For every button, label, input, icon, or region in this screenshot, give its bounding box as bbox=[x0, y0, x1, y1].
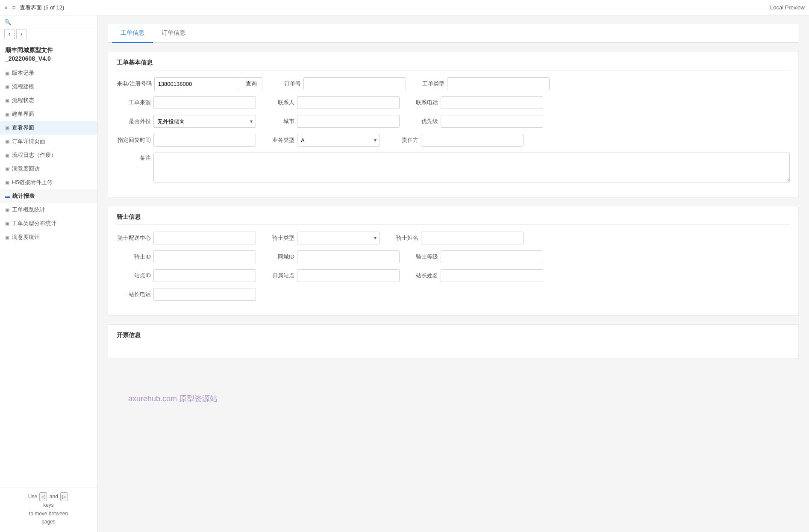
sidebar-item-label: 满意度回访 bbox=[12, 165, 40, 173]
sidebar-item-label: 工单类型分布统计 bbox=[12, 220, 56, 227]
phone-label: 来电/注册号码 bbox=[117, 80, 152, 88]
item-icon: ▣ bbox=[5, 235, 9, 240]
tab-ticket-info[interactable]: 工单信息 bbox=[112, 24, 153, 43]
next-key: ▷ bbox=[60, 492, 68, 502]
delivery-center-input[interactable] bbox=[153, 232, 256, 244]
ticket-type-label: 工单类型 bbox=[410, 80, 444, 88]
business-type-select[interactable]: A B C bbox=[297, 134, 380, 147]
tabs: 工单信息 订单信息 bbox=[108, 24, 799, 43]
phone-input[interactable] bbox=[154, 77, 240, 90]
responsible-field: 责任方 bbox=[384, 134, 524, 147]
rider-name-input[interactable] bbox=[421, 232, 524, 244]
form-row-2: 工单来源 联系人 联系电话 bbox=[117, 96, 790, 109]
station-id-label: 站点ID bbox=[117, 272, 151, 279]
priority-field: 优先级 bbox=[404, 115, 543, 128]
sidebar-item-label: 订单详情页面 bbox=[12, 138, 45, 145]
rider-level-input[interactable] bbox=[441, 250, 543, 263]
item-icon: ▬ bbox=[5, 194, 10, 199]
external-select[interactable]: 无外投倾向 有外投倾向 bbox=[153, 115, 256, 128]
sidebar-item-flow-status[interactable]: ▣ 流程状态 bbox=[0, 94, 97, 107]
reply-time-input[interactable] bbox=[153, 134, 256, 147]
station-phone-label: 站长电话 bbox=[117, 291, 151, 298]
prev-key: ◁ bbox=[39, 492, 47, 502]
sidebar-item-h5-upload[interactable]: ▣ H5链接附件上传 bbox=[0, 176, 97, 189]
city-id-field: 同城ID bbox=[260, 250, 400, 263]
remarks-textarea[interactable] bbox=[153, 153, 790, 182]
station-phone-input[interactable] bbox=[153, 288, 256, 301]
rider-level-field: 骑士等级 bbox=[404, 250, 543, 263]
ticket-type-input[interactable] bbox=[447, 77, 550, 90]
contact-input[interactable] bbox=[297, 96, 400, 109]
station-phone-field: 站长电话 bbox=[117, 288, 256, 301]
sidebar: 🔍 ‹ › 顺丰同城原型文件_20220608_V4.0 ▣ 版本记录 ▣ 流程… bbox=[0, 15, 97, 532]
city-id-label: 同城ID bbox=[260, 253, 294, 261]
menu-icon: ≡ bbox=[12, 4, 15, 11]
station-master-input[interactable] bbox=[441, 269, 543, 282]
rider-type-label: 骑士类型 bbox=[260, 234, 294, 242]
external-label: 是否外投 bbox=[117, 118, 151, 125]
search-input[interactable] bbox=[14, 19, 93, 25]
sidebar-item-label: H5链接附件上传 bbox=[12, 179, 53, 186]
phone2-field: 联系电话 bbox=[404, 96, 543, 109]
sidebar-item-order-detail[interactable]: ▣ 订单详情页面 bbox=[0, 135, 97, 148]
phone2-input[interactable] bbox=[441, 96, 543, 109]
belong-station-input[interactable] bbox=[297, 269, 400, 282]
rider-type-select[interactable] bbox=[297, 232, 380, 244]
nav-next-button[interactable]: › bbox=[16, 29, 26, 39]
sidebar-item-version[interactable]: ▣ 版本记录 bbox=[0, 66, 97, 80]
sidebar-item-stats[interactable]: ▬ 统计报表 bbox=[0, 189, 97, 203]
order-no-field: 订单号 bbox=[267, 77, 406, 90]
section1-title: 工单基本信息 bbox=[117, 59, 790, 71]
item-icon: ▣ bbox=[5, 98, 9, 103]
sidebar-search-bar[interactable]: 🔍 bbox=[0, 15, 97, 29]
rider-name-field: 骑士姓名 bbox=[384, 232, 524, 244]
item-icon: ▣ bbox=[5, 207, 9, 213]
sidebar-item-satisfaction[interactable]: ▣ 满意度回访 bbox=[0, 162, 97, 176]
sidebar-item-label: 流程状态 bbox=[12, 97, 34, 104]
item-icon: ▣ bbox=[5, 84, 9, 90]
responsible-input[interactable] bbox=[421, 134, 524, 147]
item-icon: ▣ bbox=[5, 153, 9, 158]
rider-row-1: 骑士配送中心 骑士类型 骑士姓名 bbox=[117, 232, 790, 244]
sidebar-item-flow-log[interactable]: ▣ 流程日志（作废） bbox=[0, 148, 97, 162]
belong-station-field: 归属站点 bbox=[260, 269, 400, 282]
content-area: axurehub.com 原型资源站 工单信息 订单信息 工单基本信息 来电/注… bbox=[97, 15, 809, 532]
sidebar-item-label: 查看界面 bbox=[12, 124, 34, 132]
section2-title: 骑士信息 bbox=[117, 213, 790, 225]
sidebar-item-label: 流程日志（作废） bbox=[12, 151, 56, 159]
station-id-input[interactable] bbox=[153, 269, 256, 282]
rider-id-input[interactable] bbox=[153, 250, 256, 263]
ticket-basic-info-section: 工单基本信息 来电/注册号码 查询 订单号 工单类型 bbox=[108, 52, 799, 197]
rider-info-section: 骑士信息 骑士配送中心 骑士类型 骑士姓名 bbox=[108, 206, 799, 316]
close-button[interactable]: × bbox=[4, 4, 8, 11]
city-input[interactable] bbox=[297, 115, 400, 128]
phone2-label: 联系电话 bbox=[404, 99, 438, 106]
delivery-center-field: 骑士配送中心 bbox=[117, 232, 256, 244]
sidebar-item-flow-model[interactable]: ▣ 流程建模 bbox=[0, 80, 97, 94]
station-master-field: 站长姓名 bbox=[404, 269, 543, 282]
rider-name-label: 骑士姓名 bbox=[384, 234, 418, 242]
tab-order-info[interactable]: 订单信息 bbox=[153, 24, 194, 43]
item-icon: ▣ bbox=[5, 125, 9, 131]
sidebar-item-label: 建单界面 bbox=[12, 110, 34, 118]
sidebar-item-order-overview[interactable]: ▣ 工单概览统计 bbox=[0, 203, 97, 217]
ticket-type-field: 工单类型 bbox=[410, 77, 550, 90]
remarks-label: 备注 bbox=[117, 153, 151, 162]
priority-input[interactable] bbox=[441, 115, 543, 128]
query-button[interactable]: 查询 bbox=[241, 77, 262, 90]
nav-prev-button[interactable]: ‹ bbox=[4, 29, 15, 39]
source-field: 工单来源 bbox=[117, 96, 256, 109]
form-row-4: 指定回复时间 业务类型 A B C 责任方 bbox=[117, 134, 790, 147]
sidebar-item-create[interactable]: ▣ 建单界面 bbox=[0, 107, 97, 121]
sidebar-item-satisfaction-stats[interactable]: ▣ 满意度统计 bbox=[0, 230, 97, 244]
section3-title: 开票信息 bbox=[117, 332, 790, 343]
city-id-input[interactable] bbox=[297, 250, 400, 263]
order-no-input[interactable] bbox=[303, 77, 406, 90]
footer-move: to move between bbox=[29, 511, 68, 517]
sidebar-item-order-type-dist[interactable]: ▣ 工单类型分布统计 bbox=[0, 217, 97, 230]
source-input[interactable] bbox=[153, 96, 256, 109]
sidebar-item-label: 统计报表 bbox=[12, 192, 35, 200]
sidebar-nav-arrows: ‹ › bbox=[0, 29, 97, 41]
search-icon: 🔍 bbox=[4, 19, 11, 25]
sidebar-item-view[interactable]: ▣ 查看界面 bbox=[0, 121, 97, 135]
